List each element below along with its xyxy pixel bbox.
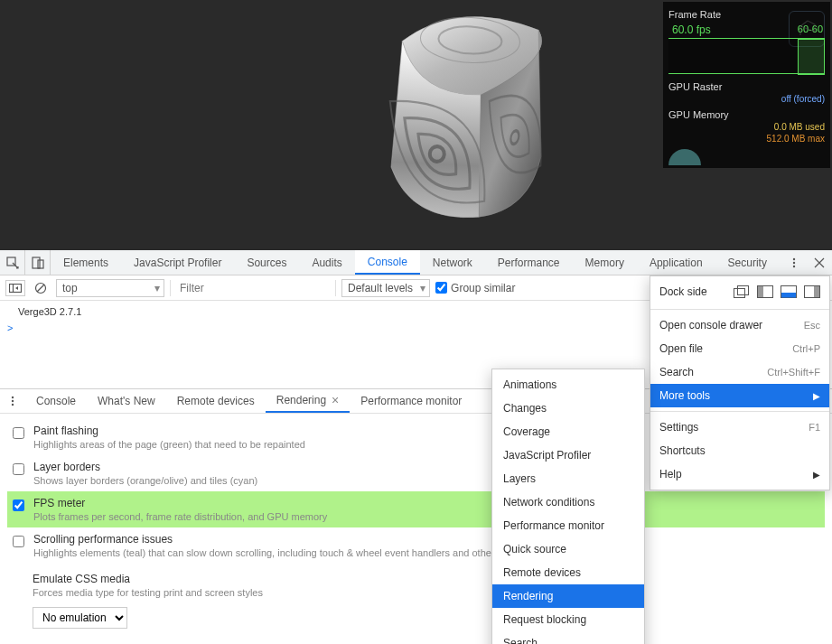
clear-console-icon[interactable]: [31, 280, 51, 296]
tab-application[interactable]: Application: [637, 250, 715, 275]
svg-rect-6: [38, 260, 43, 268]
dock-undock-icon[interactable]: [734, 285, 750, 298]
console-sidebar-toggle-icon[interactable]: [5, 280, 25, 296]
option-emulate-css-media: Emulate CSS media Forces media type for …: [33, 573, 825, 629]
submenu-item-coverage[interactable]: Coverage: [492, 420, 644, 443]
hud-gpu-memory-chart: [668, 149, 701, 165]
scrolling-issues-checkbox[interactable]: [13, 536, 24, 547]
device-toggle-icon[interactable]: [25, 250, 51, 275]
submenu-item-performance-monitor[interactable]: Performance monitor: [492, 514, 644, 537]
dock-bottom-icon[interactable]: [781, 285, 797, 298]
tab-security[interactable]: Security: [715, 250, 780, 275]
menu-settings[interactable]: Settings F1: [650, 415, 829, 439]
3d-viewport[interactable]: Frame Rate 60.0 fps 60-60 GPU Raster off…: [0, 0, 832, 250]
chrome-cube-preview: [317, 0, 588, 243]
more-tools-submenu: AnimationsChangesCoverageJavaScript Prof…: [491, 369, 645, 644]
fps-meter-checkbox[interactable]: [13, 499, 24, 511]
menu-search[interactable]: Search Ctrl+Shift+F: [650, 360, 829, 384]
drawer-kebab-icon[interactable]: [0, 389, 25, 413]
option-fps-meter[interactable]: FPS meter Plots frames per second, frame…: [7, 491, 825, 527]
close-tab-icon[interactable]: ×: [332, 393, 339, 407]
svg-point-14: [12, 397, 14, 398]
console-context-dropdown[interactable]: top: [56, 279, 164, 297]
svg-rect-5: [33, 257, 40, 268]
devtools-main-menu: Dock side Open console drawer Esc Open f…: [650, 275, 830, 490]
tab-elements[interactable]: Elements: [51, 250, 121, 275]
submenu-item-request-blocking[interactable]: Request blocking: [492, 608, 644, 631]
dock-left-icon[interactable]: [757, 285, 773, 298]
console-filter-input[interactable]: [176, 280, 330, 296]
svg-line-13: [37, 285, 44, 292]
drawer-tab-console[interactable]: Console: [25, 389, 87, 413]
drawer-tab-remote-devices[interactable]: Remote devices: [166, 389, 266, 413]
dock-side-row: Dock side: [650, 280, 829, 305]
svg-rect-24: [814, 286, 819, 297]
inspect-element-icon[interactable]: [0, 250, 25, 275]
drawer-tab-performance-monitor[interactable]: Performance monitor: [350, 389, 472, 413]
svg-rect-18: [738, 286, 749, 295]
layer-borders-checkbox[interactable]: [13, 463, 24, 475]
hud-gpu-raster-status: off (forced): [668, 94, 825, 104]
hud-fps-graph: [668, 38, 825, 74]
svg-rect-17: [734, 289, 745, 298]
console-levels-dropdown[interactable]: Default levels: [341, 279, 430, 297]
submenu-item-search[interactable]: Search: [492, 631, 644, 644]
hud-gpu-memory-max: 512.0 MB max: [668, 134, 825, 144]
svg-point-8: [793, 261, 795, 263]
tab-sources[interactable]: Sources: [234, 250, 299, 275]
tab-memory[interactable]: Memory: [573, 250, 637, 275]
submenu-item-animations[interactable]: Animations: [492, 373, 644, 397]
drawer-tab-rendering[interactable]: Rendering ×: [266, 389, 351, 413]
svg-point-9: [793, 265, 795, 266]
menu-more-tools[interactable]: More tools ▶: [650, 384, 829, 407]
hud-fps-value: 60.0 fps: [672, 23, 711, 36]
submenu-item-remote-devices[interactable]: Remote devices: [492, 561, 644, 584]
dock-right-icon[interactable]: [804, 285, 820, 298]
close-devtools-icon[interactable]: [807, 250, 832, 275]
tab-network[interactable]: Network: [420, 250, 485, 275]
emulate-css-media-select[interactable]: No emulation: [33, 607, 127, 629]
svg-point-16: [12, 404, 14, 406]
devtools-tab-bar: Elements JavaScript Profiler Sources Aud…: [0, 250, 832, 275]
fps-hud-panel: Frame Rate 60.0 fps 60-60 GPU Raster off…: [663, 2, 830, 168]
tab-console[interactable]: Console: [355, 250, 420, 275]
tab-audits[interactable]: Audits: [299, 250, 354, 275]
svg-rect-22: [781, 293, 796, 298]
svg-point-15: [12, 400, 14, 402]
menu-shortcuts[interactable]: Shortcuts: [650, 439, 829, 462]
tab-javascript-profiler[interactable]: JavaScript Profiler: [121, 250, 234, 275]
submenu-item-changes[interactable]: Changes: [492, 397, 644, 420]
submenu-item-rendering[interactable]: Rendering: [492, 584, 644, 608]
submenu-arrow-icon: ▶: [813, 470, 820, 480]
option-scrolling-issues[interactable]: Scrolling performance issues Highlights …: [7, 527, 825, 564]
submenu-arrow-icon: ▶: [813, 391, 820, 401]
group-similar-checkbox[interactable]: [435, 282, 447, 294]
group-similar-label[interactable]: Group similar: [435, 282, 515, 294]
drawer-tab-whats-new[interactable]: What's New: [87, 389, 166, 413]
menu-open-file[interactable]: Open file Ctrl+P: [650, 337, 829, 360]
hud-gpu-raster-title: GPU Raster: [668, 81, 825, 92]
svg-point-7: [793, 257, 795, 259]
submenu-item-network-conditions[interactable]: Network conditions: [492, 490, 644, 514]
submenu-item-layers[interactable]: Layers: [492, 467, 644, 490]
tab-performance[interactable]: Performance: [485, 250, 573, 275]
hud-gpu-memory-title: GPU Memory: [668, 109, 825, 120]
menu-open-console-drawer[interactable]: Open console drawer Esc: [650, 313, 829, 337]
submenu-item-quick-source[interactable]: Quick source: [492, 537, 644, 561]
paint-flashing-checkbox[interactable]: [13, 427, 24, 439]
hud-gpu-memory-used: 0.0 MB used: [668, 122, 825, 132]
menu-help[interactable]: Help ▶: [650, 462, 829, 486]
submenu-item-javascript-profiler[interactable]: JavaScript Profiler: [492, 443, 644, 467]
svg-rect-20: [758, 286, 763, 297]
kebab-menu-icon[interactable]: [781, 250, 807, 275]
